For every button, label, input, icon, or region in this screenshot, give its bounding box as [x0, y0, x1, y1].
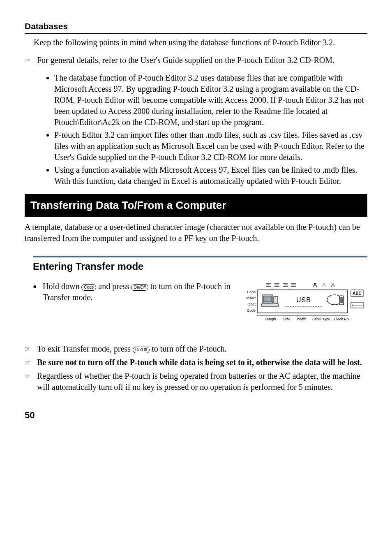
databases-bullet-list: The database function of P-touch Editor …: [25, 72, 367, 188]
lcd-blockno-label: Block No.: [334, 317, 350, 321]
warning-note-text: Be sure not to turn off the P-touch whil…: [37, 357, 367, 368]
lcd-insert-label: Insert: [246, 296, 256, 300]
pointing-hand-icon: ☞: [25, 370, 37, 381]
autooff-note: ☞ Regardless of whether the P-touch is b…: [25, 368, 367, 393]
bullet-icon: ●: [33, 281, 43, 291]
autooff-note-text: Regardless of whether the P-touch is bei…: [37, 370, 367, 393]
lcd-width-label: Width: [297, 317, 306, 321]
code-key-icon: Code: [81, 284, 96, 291]
exit-note: ☞ To exit Transfer mode, press On/Off to…: [25, 341, 367, 354]
step-mid: and press: [96, 282, 131, 291]
transfer-intro: A template, database or a user-defined c…: [25, 222, 367, 244]
entering-heading: Entering Transfer mode: [33, 256, 367, 273]
lcd-labeltype-label: Label Type: [312, 317, 330, 321]
svg-text:A: A: [322, 282, 326, 288]
lcd-shift-label: Shift: [248, 302, 256, 306]
pointing-hand-icon: ☞: [25, 55, 37, 65]
svg-rect-18: [274, 296, 278, 303]
databases-note: ☞ For general details, refer to the User…: [25, 52, 367, 66]
svg-text:A: A: [313, 282, 317, 288]
lcd-length-label: Length: [265, 317, 276, 321]
lcd-caps-label: Caps: [247, 290, 256, 294]
databases-bullet-1: The database function of P-touch Editor …: [54, 72, 367, 130]
databases-note-text: For general details, refer to the User's…: [37, 55, 367, 66]
lcd-code-label: Code: [247, 308, 256, 313]
onoff-key-icon: On/Off: [131, 284, 148, 291]
pointing-hand-icon: ☞: [25, 357, 37, 367]
databases-intro: Keep the following points in mind when u…: [25, 35, 367, 52]
step-pre: Hold down: [43, 282, 81, 291]
lcd-diagram: A A A Caps Insert Shift Code USB: [240, 281, 367, 330]
onoff-key-icon: On/Off: [133, 347, 150, 353]
page-number: 50: [25, 409, 367, 421]
step-body: Hold down Code and press On/Off to turn …: [43, 281, 233, 303]
databases-bullet-3: Using a function available with Microsof…: [54, 164, 367, 188]
pointing-hand-icon: ☞: [25, 343, 37, 354]
svg-rect-17: [263, 296, 272, 302]
exit-note-text: To exit Transfer mode, press On/Off to t…: [37, 343, 367, 354]
databases-heading: Databases: [25, 21, 367, 34]
lcd-size-label: Size: [283, 317, 291, 321]
svg-rect-19: [261, 304, 279, 306]
lcd-usb-text: USB: [296, 296, 311, 303]
lcd-abc-box: ABC: [353, 291, 362, 296]
databases-bullet-2: P-touch Editor 3.2 can import files othe…: [54, 130, 367, 164]
step-row: ● Hold down Code and press On/Off to tur…: [33, 281, 367, 330]
svg-text:A: A: [331, 282, 335, 288]
transfer-banner: Transferring Data To/From a Computer: [25, 194, 367, 217]
warning-note: ☞ Be sure not to turn off the P-touch wh…: [25, 354, 367, 368]
